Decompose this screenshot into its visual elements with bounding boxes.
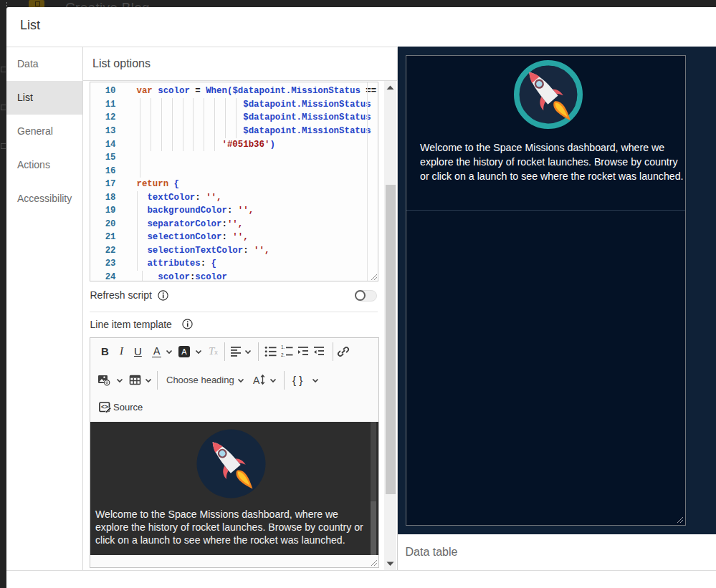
svg-text:1.: 1. — [281, 344, 285, 350]
svg-text:A: A — [253, 375, 260, 386]
svg-text:2.: 2. — [281, 352, 285, 357]
svg-text:<>: <> — [101, 403, 108, 410]
